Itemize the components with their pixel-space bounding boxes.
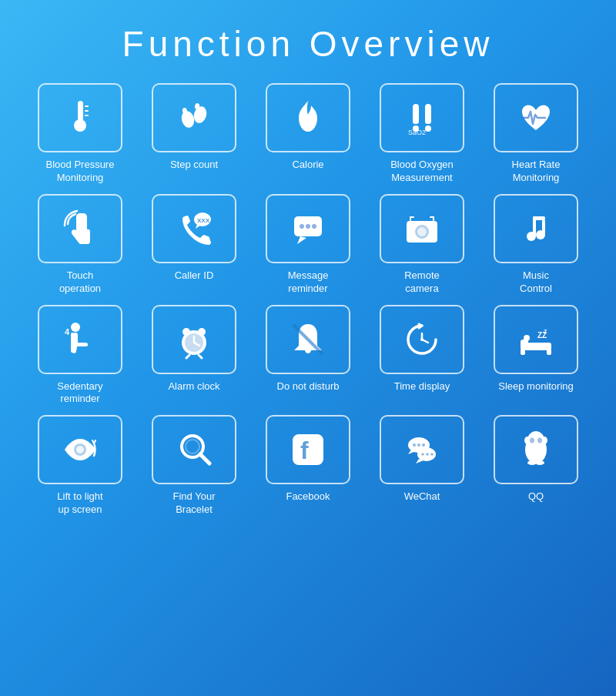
alarm-icon-box bbox=[152, 305, 236, 374]
alarm-icon bbox=[174, 320, 214, 360]
blood-pressure-label: Blood PressureMonitoring bbox=[46, 159, 115, 185]
music-icon bbox=[516, 209, 556, 249]
svg-point-45 bbox=[182, 328, 190, 336]
svg-point-35 bbox=[71, 323, 80, 332]
svg-point-74 bbox=[430, 453, 434, 457]
calorie-label: Calorie bbox=[292, 159, 323, 172]
touch-label: Touchoperation bbox=[59, 269, 101, 296]
music-label: MusicControl bbox=[520, 269, 552, 296]
cell-qq: QQ bbox=[486, 415, 586, 517]
cell-camera: Remotecamera bbox=[372, 194, 472, 296]
svg-line-48 bbox=[199, 355, 202, 358]
sleep-icon: ZZ Z bbox=[516, 320, 556, 360]
svg-line-47 bbox=[186, 355, 189, 358]
page-title: Function Overview bbox=[122, 23, 494, 65]
svg-rect-13 bbox=[425, 115, 431, 124]
cell-dnd: Do not disturb bbox=[258, 305, 358, 407]
svg-rect-4 bbox=[85, 110, 89, 112]
find-bracelet-icon-box bbox=[152, 415, 236, 484]
step-count-label: Step count bbox=[170, 159, 218, 172]
camera-icon-box bbox=[380, 194, 464, 263]
camera-icon bbox=[402, 209, 442, 249]
sedentary-icon-box: 4 bbox=[38, 305, 122, 374]
svg-point-22 bbox=[312, 224, 316, 229]
function-grid: Blood PressureMonitoring Step count Calo… bbox=[15, 83, 601, 517]
svg-point-71 bbox=[422, 443, 425, 447]
sleep-label: Sleep monitoring bbox=[498, 380, 574, 393]
sedentary-icon: 4 bbox=[60, 320, 100, 360]
touch-icon-box bbox=[38, 194, 122, 263]
svg-text:4: 4 bbox=[65, 327, 70, 336]
wechat-label: WeChat bbox=[404, 490, 440, 504]
svg-rect-3 bbox=[85, 105, 89, 107]
svg-point-21 bbox=[306, 224, 310, 229]
cell-facebook: f Facebook bbox=[258, 415, 358, 517]
find-bracelet-label: Find YourBracelet bbox=[173, 490, 216, 517]
svg-point-7 bbox=[192, 105, 208, 124]
time-icon bbox=[402, 320, 442, 360]
heart-rate-icon-box bbox=[494, 83, 578, 152]
facebook-label: Facebook bbox=[286, 490, 330, 504]
svg-point-80 bbox=[537, 438, 542, 443]
svg-point-2 bbox=[76, 122, 84, 129]
sedentary-label: Sedentaryreminder bbox=[57, 380, 102, 407]
time-label: Time display bbox=[394, 380, 450, 393]
cell-message: Messagereminder bbox=[258, 194, 358, 296]
svg-point-61 bbox=[76, 446, 84, 453]
message-icon bbox=[288, 209, 328, 249]
svg-rect-5 bbox=[85, 115, 89, 116]
facebook-icon-box: f bbox=[266, 415, 350, 484]
svg-point-57 bbox=[524, 335, 530, 341]
svg-point-52 bbox=[420, 338, 424, 341]
svg-point-34 bbox=[536, 230, 545, 239]
cell-music: MusicControl bbox=[486, 194, 586, 296]
svg-point-33 bbox=[527, 232, 536, 241]
cell-lift-screen: Lift to lightup screen bbox=[30, 415, 130, 517]
camera-label: Remotecamera bbox=[404, 269, 440, 296]
calorie-icon-box bbox=[266, 83, 350, 152]
cell-sleep: ZZ Z Sleep monitoring bbox=[486, 305, 586, 407]
cell-wechat: WeChat bbox=[372, 415, 472, 517]
dnd-icon bbox=[288, 320, 328, 360]
cell-sedentary: 4 Sedentaryreminder bbox=[30, 305, 130, 407]
cell-blood-pressure: Blood PressureMonitoring bbox=[30, 83, 130, 185]
svg-point-46 bbox=[198, 328, 206, 336]
sleep-icon-box: ZZ Z bbox=[494, 305, 578, 374]
cell-step-count: Step count bbox=[144, 83, 244, 185]
svg-point-72 bbox=[421, 453, 424, 457]
svg-point-15 bbox=[413, 125, 419, 132]
cell-heart-rate: Heart RateMonitoring bbox=[486, 83, 586, 185]
facebook-icon: f bbox=[288, 430, 328, 470]
cell-alarm: Alarm clock bbox=[144, 305, 244, 407]
svg-point-63 bbox=[186, 440, 199, 453]
svg-point-77 bbox=[524, 437, 531, 444]
cell-touch: Touchoperation bbox=[30, 194, 130, 296]
time-icon-box bbox=[380, 305, 464, 374]
svg-line-64 bbox=[200, 454, 209, 463]
alarm-label: Alarm clock bbox=[168, 380, 219, 393]
svg-rect-0 bbox=[78, 101, 83, 122]
svg-rect-38 bbox=[75, 343, 88, 346]
blood-oxygen-icon: SaO2 bbox=[402, 98, 442, 138]
message-icon-box bbox=[266, 194, 350, 263]
step-count-icon bbox=[174, 98, 214, 138]
lift-screen-label: Lift to lightup screen bbox=[57, 490, 102, 517]
lift-screen-icon-box bbox=[38, 415, 122, 484]
qq-icon-box bbox=[494, 415, 578, 484]
find-bracelet-icon bbox=[174, 430, 214, 470]
caller-id-icon: XXX bbox=[174, 209, 214, 249]
heart-rate-label: Heart RateMonitoring bbox=[512, 159, 561, 185]
dnd-icon-box bbox=[266, 305, 350, 374]
heart-rate-icon bbox=[516, 98, 556, 138]
message-label: Messagereminder bbox=[288, 269, 329, 296]
step-count-icon-box bbox=[152, 83, 236, 152]
cell-find-bracelet: Find YourBracelet bbox=[144, 415, 244, 517]
svg-rect-27 bbox=[410, 216, 411, 221]
svg-point-79 bbox=[530, 438, 534, 443]
blood-pressure-icon-box bbox=[38, 83, 122, 152]
wechat-icon bbox=[402, 430, 442, 470]
blood-oxygen-label: Blood OxygenMeasurement bbox=[390, 159, 454, 185]
svg-point-69 bbox=[413, 443, 416, 447]
svg-point-73 bbox=[426, 453, 429, 457]
calorie-icon bbox=[288, 98, 328, 138]
